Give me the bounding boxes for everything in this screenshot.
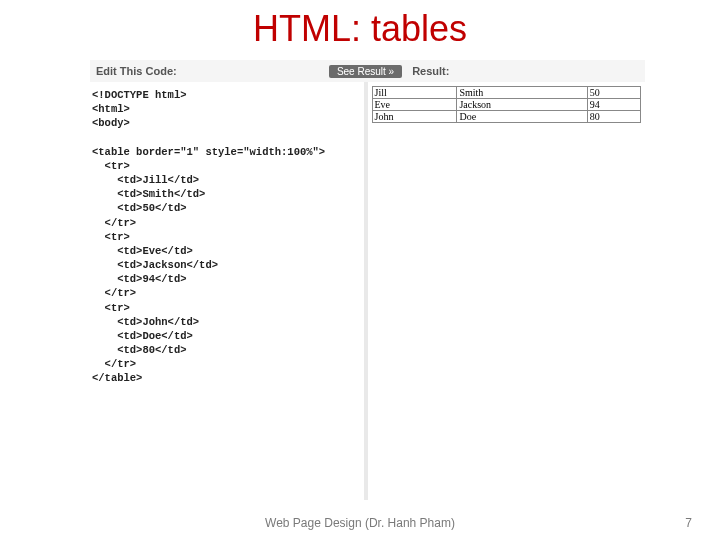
see-result-button[interactable]: See Result » [329,65,402,78]
slide-title: HTML: tables [0,8,720,50]
table-row: Eve Jackson 94 [372,99,641,111]
table-cell: Jackson [457,99,587,111]
table-cell: Doe [457,111,587,123]
table-row: Jill Smith 50 [372,87,641,99]
code-editor[interactable]: <!DOCTYPE html> <html> <body> <table bor… [90,82,368,500]
table-cell: Smith [457,87,587,99]
edit-code-label: Edit This Code: [90,65,329,77]
table-row: John Doe 80 [372,111,641,123]
table-cell: 94 [587,99,640,111]
footer-text: Web Page Design (Dr. Hanh Pham) [0,516,720,530]
table-cell: 80 [587,111,640,123]
header-bar: Edit This Code: See Result » Result: [90,60,645,82]
table-cell: John [372,111,457,123]
panes: <!DOCTYPE html> <html> <body> <table bor… [90,82,645,500]
table-cell: Jill [372,87,457,99]
slide: HTML: tables Edit This Code: See Result … [0,0,720,540]
editor-preview-area: Edit This Code: See Result » Result: <!D… [90,60,645,500]
result-preview: Jill Smith 50 Eve Jackson 94 John Doe 80 [368,82,646,500]
result-table: Jill Smith 50 Eve Jackson 94 John Doe 80 [372,86,642,123]
table-cell: Eve [372,99,457,111]
result-label: Result: [406,65,645,77]
table-cell: 50 [587,87,640,99]
page-number: 7 [685,516,692,530]
